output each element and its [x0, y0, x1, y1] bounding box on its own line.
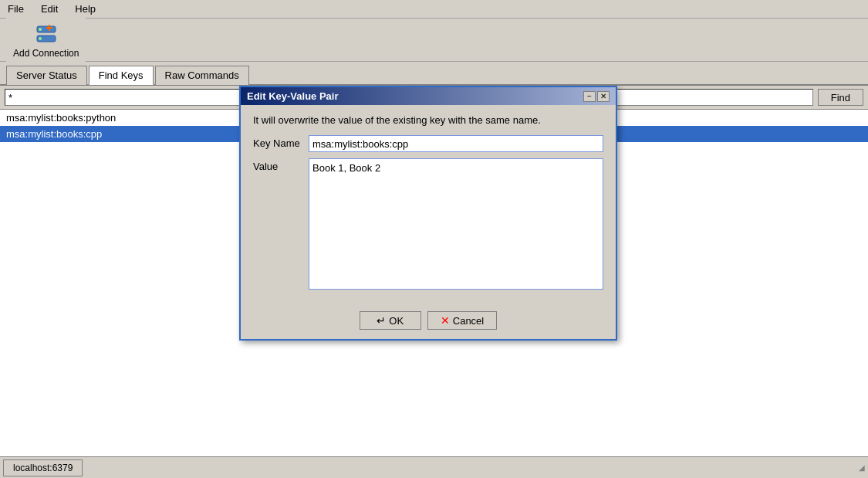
- menu-edit[interactable]: Edit: [36, 2, 62, 16]
- ok-label: OK: [389, 315, 404, 327]
- ok-icon: ↵: [377, 314, 386, 327]
- tab-find-keys[interactable]: Find Keys: [89, 66, 154, 85]
- menu-file[interactable]: File: [3, 2, 29, 16]
- dialog-close-button[interactable]: ✕: [597, 91, 610, 102]
- value-textarea[interactable]: Book 1, Book 2: [309, 158, 603, 290]
- menu-bar: File Edit Help: [0, 0, 868, 19]
- key-name-row: Key Name: [253, 135, 603, 152]
- edit-dialog: Edit Key-Value Pair − ✕ It will overwrit…: [239, 86, 617, 341]
- resize-handle: ◢: [859, 463, 865, 472]
- svg-point-2: [39, 28, 42, 31]
- dialog-footer: ↵ OK ✕ Cancel: [241, 305, 616, 339]
- dialog-body: It will overwrite the value of the exist…: [241, 105, 616, 305]
- find-button[interactable]: Find: [818, 89, 863, 106]
- dialog-message: It will overwrite the value of the exist…: [253, 114, 603, 126]
- add-connection-label: Add Connection: [13, 48, 79, 59]
- add-connection-icon: [34, 22, 59, 46]
- dialog-minimize-button[interactable]: −: [583, 91, 596, 102]
- main-content: Find msa:mylist:books:python msa:mylist:…: [0, 86, 868, 456]
- ok-button[interactable]: ↵ OK: [360, 311, 421, 330]
- svg-point-3: [39, 37, 42, 40]
- key-name-input[interactable]: [309, 135, 603, 152]
- dialog-controls: − ✕: [583, 91, 610, 102]
- cancel-label: Cancel: [453, 315, 484, 327]
- value-row: Value Book 1, Book 2: [253, 158, 603, 290]
- menu-help[interactable]: Help: [70, 2, 100, 16]
- cancel-button[interactable]: ✕ Cancel: [427, 311, 497, 330]
- svg-rect-5: [46, 27, 52, 29]
- value-label: Value: [253, 158, 309, 172]
- key-name-label: Key Name: [253, 135, 309, 149]
- tab-bar: Server Status Find Keys Raw Commands: [0, 62, 868, 86]
- toolbar: Add Connection: [0, 19, 868, 62]
- dialog-titlebar: Edit Key-Value Pair − ✕: [241, 87, 616, 105]
- tab-raw-commands[interactable]: Raw Commands: [155, 66, 249, 85]
- tab-server-status[interactable]: Server Status: [6, 66, 87, 85]
- dialog-title: Edit Key-Value Pair: [247, 90, 339, 102]
- status-bar: localhost:6379 ◢: [0, 456, 868, 478]
- cancel-icon: ✕: [441, 314, 450, 327]
- connection-status: localhost:6379: [3, 459, 83, 476]
- add-connection-button[interactable]: Add Connection: [6, 18, 86, 63]
